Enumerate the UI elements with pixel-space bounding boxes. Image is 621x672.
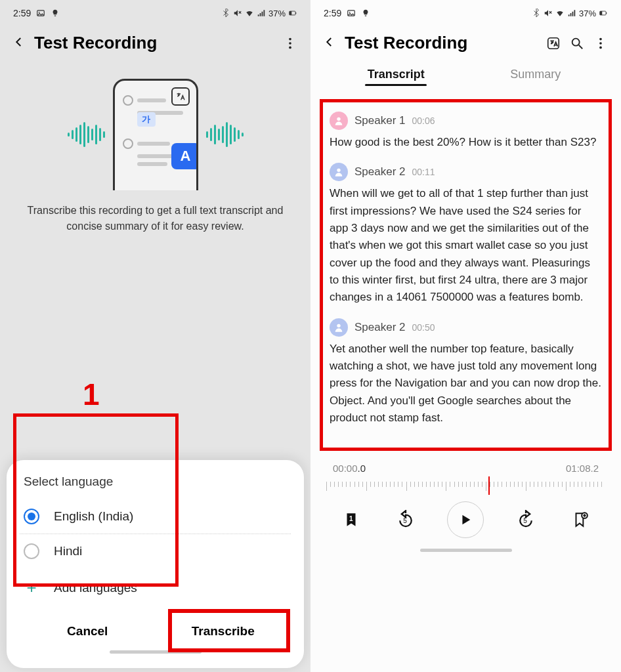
battery-icon [599, 9, 608, 18]
svg-point-25 [337, 324, 340, 327]
svg-point-11 [349, 12, 351, 13]
transcript-entry[interactable]: Speaker 200:50Yet another well the numbe… [330, 318, 602, 427]
status-bar: 2:59 37% [0, 0, 310, 26]
plus-icon: + [24, 578, 39, 598]
tab-summary[interactable]: Summary [466, 62, 606, 93]
status-bar: 2:59 37% [310, 0, 621, 26]
svg-point-22 [599, 46, 602, 49]
translate-icon [171, 87, 190, 106]
entry-text: When will we get to all of that 1 step f… [330, 185, 602, 306]
rewind-5-button[interactable]: 5 [393, 507, 419, 533]
svg-rect-15 [600, 11, 603, 15]
waveform-right [206, 122, 244, 147]
page-title: Test Recording [34, 33, 274, 53]
add-bookmark-button[interactable] [567, 507, 593, 533]
svg-rect-6 [295, 12, 296, 14]
battery-percent: 37% [268, 9, 286, 18]
svg-point-9 [289, 46, 291, 49]
wifi-icon [245, 9, 254, 18]
svg-point-1 [39, 12, 40, 13]
transcript-entry[interactable]: Speaker 100:06How good is the best 20%? … [330, 112, 602, 151]
transcript-highlight: Speaker 100:06How good is the best 20%? … [320, 99, 612, 451]
bookmark-count: 1 [349, 515, 353, 522]
bluetooth-icon [221, 9, 230, 18]
svg-rect-16 [606, 12, 607, 14]
svg-text:5: 5 [523, 517, 527, 524]
mute-icon [544, 9, 553, 18]
image-icon [36, 9, 45, 18]
annotation-1: 1 [83, 377, 100, 412]
bulb-icon [361, 9, 370, 18]
timeline-scrubber[interactable] [326, 476, 605, 496]
language-option-english[interactable]: English (India) [20, 499, 291, 534]
playback-controls: 1 5 5 [310, 496, 621, 547]
speaker-name: Speaker 2 [354, 165, 406, 178]
svg-rect-17 [548, 37, 559, 49]
tab-bar: Transcript Summary [310, 62, 621, 93]
language-label: English (India) [54, 509, 133, 524]
battery-icon [288, 9, 297, 18]
app-header: Test Recording [0, 26, 310, 62]
svg-point-21 [599, 42, 602, 45]
tab-transcript[interactable]: Transcript [326, 62, 466, 93]
nav-pill [420, 549, 512, 552]
page-title: Test Recording [345, 33, 537, 53]
back-icon[interactable] [324, 36, 335, 51]
transcript-entry[interactable]: Speaker 200:11When will we get to all of… [330, 163, 602, 306]
latin-badge: A [171, 143, 198, 169]
bluetooth-icon [532, 9, 541, 18]
app-header: Test Recording [310, 26, 621, 62]
svg-point-24 [337, 169, 340, 172]
radio-icon[interactable] [24, 543, 39, 559]
add-languages-label: Add languages [54, 581, 137, 595]
translate-icon[interactable] [546, 36, 561, 51]
speaker-avatar [330, 163, 348, 181]
radio-selected-icon[interactable] [24, 509, 39, 524]
speaker-avatar [330, 318, 348, 337]
waveform-left [68, 122, 105, 147]
play-button[interactable] [447, 501, 484, 538]
svg-point-23 [337, 117, 340, 121]
language-option-hindi[interactable]: Hindi [20, 534, 291, 568]
svg-line-19 [579, 45, 583, 49]
wifi-icon [555, 9, 565, 18]
language-sheet: Select language English (India) Hindi + … [7, 460, 304, 668]
transcribe-illustration: 가 A [70, 75, 241, 194]
korean-badge: 가 [137, 112, 156, 127]
cancel-button[interactable]: Cancel [20, 614, 156, 649]
tab-transcript-label: Transcript [368, 68, 425, 81]
playback-time: 00:00.0 01:08.2 [310, 451, 621, 476]
nav-pill [110, 650, 202, 654]
sheet-title: Select language [24, 474, 291, 489]
svg-point-8 [289, 42, 291, 45]
status-time: 2:59 [13, 8, 31, 18]
signal-icon [567, 9, 576, 18]
svg-point-7 [289, 37, 291, 40]
transcribe-button[interactable]: Transcribe [156, 614, 291, 649]
playhead[interactable] [488, 476, 490, 495]
language-label: Hindi [54, 544, 82, 558]
add-languages[interactable]: + Add languages [20, 568, 291, 607]
speaker-avatar [330, 112, 348, 130]
speaker-name: Speaker 2 [354, 321, 406, 334]
screenshot-left: 2:59 37% Test Recording [0, 0, 310, 672]
svg-point-20 [599, 37, 602, 40]
transcribe-promo: 가 A Transcribe this recording to get a f… [0, 62, 310, 247]
bookmark-button[interactable]: 1 [338, 507, 364, 533]
more-icon[interactable] [593, 36, 608, 51]
svg-point-18 [572, 38, 580, 45]
mute-icon [233, 9, 242, 18]
tab-summary-label: Summary [510, 68, 561, 81]
back-icon[interactable] [13, 36, 25, 51]
image-icon [347, 9, 356, 18]
search-icon[interactable] [570, 36, 584, 51]
svg-rect-5 [289, 11, 292, 15]
screenshot-right: 2:59 37% Test Recording [310, 0, 621, 672]
svg-text:5: 5 [403, 517, 407, 524]
duration: 01:08.2 [566, 463, 599, 474]
current-time: 00:00.0 [333, 463, 366, 474]
entry-timestamp: 00:11 [412, 167, 435, 177]
forward-5-button[interactable]: 5 [513, 507, 539, 533]
signal-icon [257, 9, 266, 18]
more-icon[interactable] [283, 36, 297, 51]
